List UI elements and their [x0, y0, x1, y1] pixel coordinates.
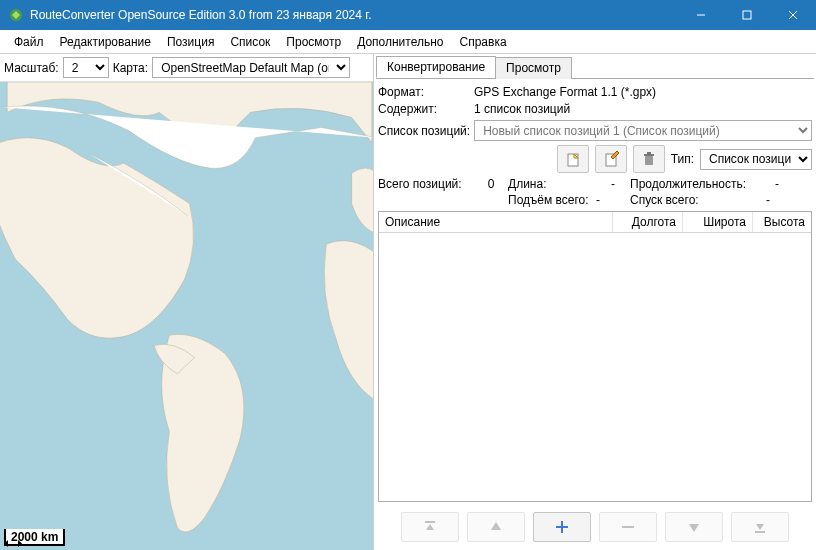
- col-longitude[interactable]: Долгота: [613, 212, 683, 232]
- svg-rect-15: [755, 531, 765, 533]
- svg-rect-9: [644, 154, 654, 156]
- tabs: Конвертирование Просмотр: [376, 56, 814, 79]
- tab-view[interactable]: Просмотр: [495, 57, 572, 79]
- type-label: Тип:: [671, 152, 694, 166]
- position-list-select[interactable]: Новый список позиций 1 (Список позиций): [474, 120, 812, 141]
- position-list-label: Список позиций:: [378, 124, 470, 138]
- scroll-right-icon[interactable]: [14, 538, 25, 549]
- duration-value: -: [766, 177, 788, 191]
- svg-rect-2: [743, 11, 751, 19]
- zoom-select[interactable]: 2: [63, 57, 109, 78]
- svg-rect-10: [647, 152, 651, 154]
- positions-table: Описание Долгота Широта Высота: [378, 211, 812, 502]
- contains-label: Содержит:: [378, 102, 470, 116]
- menu-help[interactable]: Справка: [452, 32, 515, 52]
- svg-rect-11: [425, 521, 435, 523]
- descent-label: Спуск всего:: [630, 193, 766, 207]
- title-bar: RouteConverter OpenSource Edition 3.0 fr…: [0, 0, 816, 30]
- map-toolbar: Масштаб: 2 Карта: OpenStreetMap Default …: [0, 54, 373, 82]
- total-positions-label: Всего позиций:: [378, 177, 474, 191]
- tab-convert[interactable]: Конвертирование: [376, 56, 496, 78]
- zoom-label: Масштаб:: [4, 61, 59, 75]
- svg-rect-14: [622, 526, 634, 528]
- type-select[interactable]: Список позиций: [700, 149, 812, 170]
- col-latitude[interactable]: Широта: [683, 212, 753, 232]
- close-button[interactable]: [770, 0, 816, 30]
- app-icon: [8, 7, 24, 23]
- menu-position[interactable]: Позиция: [159, 32, 222, 52]
- minimize-button[interactable]: [678, 0, 724, 30]
- svg-rect-8: [645, 156, 653, 165]
- map-view[interactable]: 2000 km: [0, 82, 373, 550]
- map-label: Карта:: [113, 61, 148, 75]
- length-label: Длина:: [508, 177, 596, 191]
- format-label: Формат:: [378, 85, 470, 99]
- col-description[interactable]: Описание: [379, 212, 613, 232]
- remove-position-button[interactable]: [599, 512, 657, 542]
- length-value: -: [596, 177, 630, 191]
- move-up-button[interactable]: [467, 512, 525, 542]
- contains-value: 1 список позиций: [474, 102, 812, 116]
- ascent-value: -: [596, 193, 630, 207]
- left-panel: Масштаб: 2 Карта: OpenStreetMap Default …: [0, 54, 374, 550]
- new-list-button[interactable]: [557, 145, 589, 173]
- bottom-toolbar: [376, 506, 814, 548]
- ascent-label: Подъём всего:: [508, 193, 596, 207]
- window-title: RouteConverter OpenSource Edition 3.0 fr…: [30, 8, 678, 22]
- move-down-button[interactable]: [665, 512, 723, 542]
- descent-value: -: [766, 193, 788, 207]
- maximize-button[interactable]: [724, 0, 770, 30]
- move-bottom-button[interactable]: [731, 512, 789, 542]
- move-top-button[interactable]: [401, 512, 459, 542]
- menu-extra[interactable]: Дополнительно: [349, 32, 451, 52]
- delete-list-button[interactable]: [633, 145, 665, 173]
- right-panel: Конвертирование Просмотр Формат: GPS Exc…: [374, 54, 816, 550]
- menu-edit[interactable]: Редактирование: [52, 32, 159, 52]
- menu-view[interactable]: Просмотр: [278, 32, 349, 52]
- map-select[interactable]: OpenStreetMap Default Map (онл…: [152, 57, 350, 78]
- scroll-left-icon[interactable]: [1, 538, 12, 549]
- rename-list-button[interactable]: [595, 145, 627, 173]
- duration-label: Продолжительность:: [630, 177, 766, 191]
- svg-rect-13: [556, 526, 568, 528]
- menu-list[interactable]: Список: [222, 32, 278, 52]
- total-positions-value: 0: [474, 177, 508, 191]
- col-altitude[interactable]: Высота: [753, 212, 811, 232]
- format-value: GPS Exchange Format 1.1 (*.gpx): [474, 85, 812, 99]
- menu-bar: Файл Редактирование Позиция Список Просм…: [0, 30, 816, 54]
- menu-file[interactable]: Файл: [6, 32, 52, 52]
- table-body[interactable]: [379, 233, 811, 501]
- add-position-button[interactable]: [533, 512, 591, 542]
